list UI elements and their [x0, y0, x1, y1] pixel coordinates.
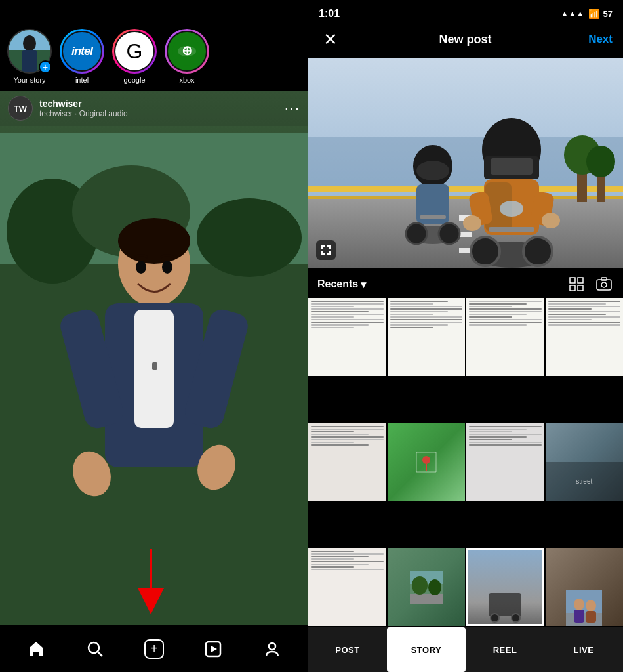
- photo-scene: [308, 58, 623, 268]
- svg-point-78: [586, 600, 596, 612]
- post-user-info: techwiser techwiser · Original audio: [39, 98, 285, 118]
- right-time: 1:01: [319, 8, 340, 20]
- add-story-badge[interactable]: +: [39, 60, 52, 74]
- recents-chevron: ▾: [361, 278, 366, 291]
- grid-cell-6[interactable]: [388, 423, 466, 501]
- svg-point-73: [428, 579, 441, 595]
- left-panel: + Your story intel intel G google: [0, 0, 308, 672]
- tab-story[interactable]: STORY: [387, 627, 466, 672]
- recents-text: Recents: [317, 278, 358, 290]
- svg-rect-3: [22, 50, 37, 72]
- expand-icon[interactable]: [316, 240, 336, 260]
- svg-point-76: [574, 598, 584, 610]
- intel-story-label: intel: [75, 76, 89, 84]
- right-status-icons: ▲▲▲ 📶 57: [561, 9, 613, 19]
- next-button[interactable]: Next: [588, 33, 613, 46]
- photo-preview: [308, 58, 623, 268]
- nav-reels[interactable]: [197, 633, 230, 665]
- feed-image-area: [0, 91, 308, 625]
- your-story-label: Your story: [13, 76, 45, 84]
- svg-point-72: [412, 576, 428, 595]
- google-logo: G: [115, 32, 153, 70]
- svg-point-20: [136, 261, 146, 274]
- grid-cell-4[interactable]: [546, 298, 624, 376]
- bottom-nav: +: [0, 625, 308, 672]
- xbox-avatar-inner: ⊕: [167, 31, 207, 72]
- story-item-your-story[interactable]: + Your story: [7, 29, 52, 84]
- post-more-button[interactable]: ···: [285, 100, 300, 117]
- add-button[interactable]: +: [144, 639, 164, 659]
- grid-cell-1[interactable]: [308, 298, 386, 376]
- intel-avatar-inner: intel: [62, 31, 102, 72]
- nav-search[interactable]: [79, 633, 111, 665]
- svg-rect-71: [410, 594, 443, 604]
- feed-person-image: [0, 91, 308, 625]
- story-item-xbox[interactable]: ⊕ xbox: [164, 29, 210, 84]
- svg-rect-67: [601, 278, 607, 280]
- grid-cell-5[interactable]: [308, 423, 386, 501]
- story-item-intel[interactable]: intel intel: [59, 29, 105, 84]
- post-subtitle: techwiser · Original audio: [39, 109, 285, 118]
- intel-ring: intel: [60, 29, 104, 74]
- tab-live-label: LIVE: [574, 645, 594, 655]
- grid-cell-8[interactable]: street: [546, 423, 624, 501]
- svg-point-54: [523, 237, 552, 266]
- svg-rect-79: [586, 611, 596, 623]
- stories-row: + Your story intel intel G google: [0, 0, 308, 89]
- new-post-header: ✕ New post Next: [308, 24, 623, 58]
- svg-rect-63: [570, 285, 575, 291]
- svg-rect-65: [597, 280, 611, 290]
- grid-cell-10[interactable]: [388, 548, 466, 626]
- recents-header: Recents ▾: [308, 268, 623, 298]
- grid-cell-9[interactable]: [308, 548, 386, 626]
- grid-cell-3[interactable]: [466, 298, 544, 376]
- post-username: techwiser: [39, 98, 285, 109]
- nav-home[interactable]: [20, 633, 52, 665]
- camera-icon-button[interactable]: [594, 274, 614, 294]
- svg-rect-45: [491, 158, 533, 175]
- arrow-indicator: [138, 549, 164, 614]
- scene-svg: [308, 58, 623, 268]
- right-panel: 1:01 ▲▲▲ 📶 57 ✕ New post Next: [308, 0, 623, 672]
- svg-point-41: [439, 223, 460, 244]
- svg-rect-62: [578, 278, 583, 283]
- svg-point-27: [269, 643, 275, 650]
- nav-profile[interactable]: [256, 633, 289, 665]
- svg-point-21: [162, 261, 172, 274]
- photo-grid: street: [308, 298, 623, 672]
- svg-rect-34: [459, 232, 472, 237]
- tab-live[interactable]: LIVE: [544, 627, 623, 672]
- tab-post[interactable]: POST: [308, 627, 387, 672]
- intel-logo: intel: [63, 32, 101, 70]
- status-bar-right: 1:01 ▲▲▲ 📶 57: [308, 0, 623, 24]
- tab-post-label: POST: [335, 645, 359, 655]
- tab-reel[interactable]: REEL: [466, 627, 544, 672]
- your-story-avatar[interactable]: +: [7, 29, 52, 74]
- recents-controls: [567, 274, 614, 294]
- xbox-story-label: xbox: [179, 76, 194, 84]
- svg-point-53: [471, 237, 500, 266]
- xbox-ring: ⊕: [165, 29, 209, 74]
- svg-rect-64: [578, 285, 583, 291]
- post-tab-bar: POST STORY REEL LIVE: [308, 627, 623, 672]
- new-post-title: New post: [439, 33, 492, 47]
- svg-point-50: [463, 215, 481, 231]
- google-story-label: google: [123, 76, 145, 84]
- svg-point-11: [197, 198, 302, 277]
- svg-point-2: [23, 35, 36, 51]
- close-button[interactable]: ✕: [319, 28, 342, 51]
- recents-label[interactable]: Recents ▾: [317, 278, 366, 291]
- svg-rect-22: [152, 362, 157, 370]
- grid-cell-11-selected[interactable]: [466, 548, 544, 626]
- grid-cell-7[interactable]: [466, 423, 544, 501]
- tab-story-label: STORY: [411, 645, 442, 655]
- svg-point-23: [89, 642, 99, 653]
- grid-cell-2[interactable]: [388, 298, 466, 376]
- svg-point-66: [601, 282, 607, 287]
- nav-add[interactable]: +: [138, 633, 171, 665]
- story-item-google[interactable]: G google: [111, 29, 157, 84]
- grid-view-button[interactable]: [567, 274, 586, 294]
- svg-point-56: [500, 201, 523, 217]
- grid-cell-12[interactable]: [546, 548, 624, 626]
- svg-point-13: [118, 218, 190, 264]
